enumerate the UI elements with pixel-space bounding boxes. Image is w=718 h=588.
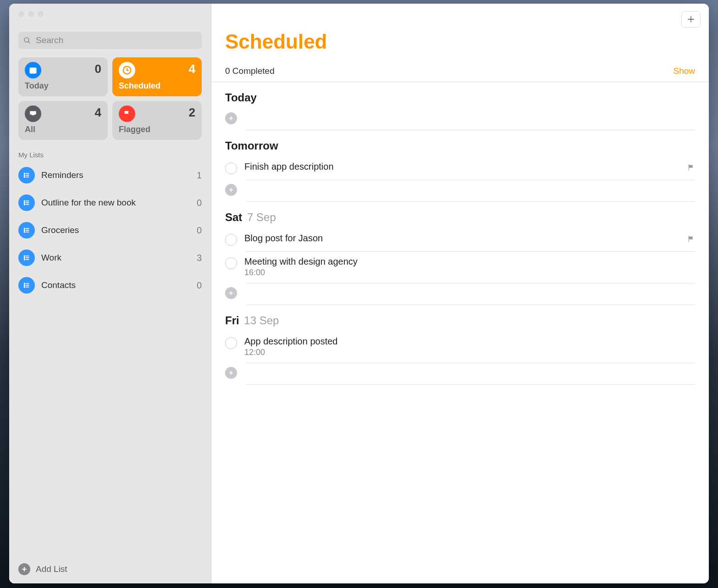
window-minimize-button[interactable] bbox=[28, 11, 34, 17]
main-pane: Scheduled 0 Completed Show Today Tomorro… bbox=[211, 4, 709, 583]
list-bullet-icon bbox=[18, 277, 35, 294]
smart-count: 4 bbox=[95, 105, 101, 120]
smart-list-all[interactable]: 4 All bbox=[18, 101, 108, 140]
svg-point-9 bbox=[24, 177, 25, 178]
flag-icon bbox=[687, 163, 695, 172]
reminder-title: Meeting with design agency bbox=[244, 256, 695, 267]
list-count: 0 bbox=[197, 198, 202, 208]
add-list-label: Add List bbox=[36, 564, 67, 574]
reminder-time: 16:00 bbox=[244, 268, 695, 277]
reminder-item[interactable]: Meeting with design agency 16:00 bbox=[225, 252, 695, 283]
window-close-button[interactable] bbox=[18, 11, 24, 17]
svg-point-15 bbox=[24, 204, 25, 205]
list-item[interactable]: Groceries 0 bbox=[9, 216, 211, 244]
smart-lists-grid: 0 Today 4 Scheduled 4 bbox=[9, 57, 211, 146]
svg-point-17 bbox=[24, 228, 25, 229]
completion-circle[interactable] bbox=[225, 162, 237, 174]
svg-point-29 bbox=[24, 283, 25, 284]
section-date: 13 Sep bbox=[244, 314, 279, 327]
search-field[interactable] bbox=[18, 32, 202, 49]
reminder-item[interactable]: Blog post for Jason bbox=[225, 228, 695, 251]
smart-label: Scheduled bbox=[119, 81, 195, 91]
flag-icon bbox=[119, 105, 135, 122]
page-title: Scheduled bbox=[211, 4, 709, 58]
svg-point-31 bbox=[24, 285, 25, 286]
smart-list-scheduled[interactable]: 4 Scheduled bbox=[112, 57, 202, 96]
list-count: 0 bbox=[197, 280, 202, 291]
smart-label: Flagged bbox=[119, 125, 195, 134]
list-bullet-icon bbox=[18, 250, 35, 266]
section-date: 7 Sep bbox=[247, 211, 276, 223]
my-lists-section: My Lists Reminders 1 Outline for the new… bbox=[9, 146, 211, 556]
list-name: Contacts bbox=[41, 280, 190, 290]
svg-line-1 bbox=[28, 41, 30, 43]
sidebar: 0 Today 4 Scheduled 4 bbox=[9, 4, 211, 583]
list-count: 1 bbox=[197, 170, 202, 181]
plus-circle-icon bbox=[18, 563, 30, 575]
plus-circle-icon bbox=[225, 367, 237, 379]
date-section-sat: Sat 7 Sep Blog post for Jason Meeting wi… bbox=[211, 202, 709, 305]
add-list-button[interactable]: Add List bbox=[9, 556, 211, 583]
smart-list-flagged[interactable]: 2 Flagged bbox=[112, 101, 202, 140]
smart-list-today[interactable]: 0 Today bbox=[18, 57, 108, 96]
date-section-fri: Fri 13 Sep App description posted 12:00 bbox=[211, 305, 709, 385]
smart-count: 0 bbox=[95, 62, 101, 76]
svg-point-27 bbox=[24, 259, 25, 260]
list-name: Outline for the new book bbox=[41, 198, 190, 208]
list-name: Work bbox=[41, 253, 190, 263]
smart-count: 2 bbox=[189, 105, 195, 120]
list-item[interactable]: Outline for the new book 0 bbox=[9, 189, 211, 216]
reminder-item[interactable]: Finish app description bbox=[225, 157, 695, 180]
list-name: Reminders bbox=[41, 170, 190, 180]
list-bullet-icon bbox=[18, 194, 35, 211]
completed-row: 0 Completed Show bbox=[211, 58, 709, 82]
add-reminder-row[interactable] bbox=[225, 109, 695, 130]
search-input[interactable] bbox=[35, 35, 197, 46]
list-count: 3 bbox=[197, 253, 202, 263]
search-icon bbox=[23, 36, 31, 44]
list-name: Groceries bbox=[41, 225, 190, 235]
reminder-time: 12:00 bbox=[244, 348, 695, 357]
reminder-item[interactable]: App description posted 12:00 bbox=[225, 332, 695, 363]
add-reminder-row[interactable] bbox=[225, 283, 695, 305]
window-zoom-button[interactable] bbox=[38, 11, 44, 17]
svg-point-13 bbox=[24, 202, 25, 203]
add-reminder-row[interactable] bbox=[225, 363, 695, 384]
my-lists-header: My Lists bbox=[9, 149, 211, 161]
smart-label: All bbox=[25, 125, 101, 134]
svg-point-21 bbox=[24, 232, 25, 233]
list-item[interactable]: Reminders 1 bbox=[9, 161, 211, 189]
list-item[interactable]: Contacts 0 bbox=[9, 272, 211, 299]
window-controls bbox=[9, 4, 211, 17]
completed-count: 0 Completed bbox=[225, 66, 275, 76]
plus-circle-icon bbox=[225, 184, 237, 196]
section-heading: Sat bbox=[225, 211, 242, 223]
list-item[interactable]: Work 3 bbox=[9, 244, 211, 272]
plus-circle-icon bbox=[225, 287, 237, 299]
completion-circle[interactable] bbox=[225, 257, 237, 269]
section-heading: Fri bbox=[225, 314, 239, 327]
completion-circle[interactable] bbox=[225, 234, 237, 246]
new-reminder-button[interactable] bbox=[681, 11, 701, 28]
clock-icon bbox=[119, 62, 135, 78]
svg-point-33 bbox=[24, 287, 25, 288]
reminder-title: Blog post for Jason bbox=[244, 233, 679, 244]
svg-point-23 bbox=[24, 255, 25, 256]
svg-point-7 bbox=[24, 175, 25, 176]
svg-point-25 bbox=[24, 257, 25, 258]
calendar-icon bbox=[25, 62, 41, 78]
date-section-today: Today bbox=[211, 82, 709, 130]
add-reminder-row[interactable] bbox=[225, 180, 695, 201]
flag-icon bbox=[687, 235, 695, 243]
completion-circle[interactable] bbox=[225, 337, 237, 349]
plus-icon bbox=[686, 15, 696, 24]
reminders-window: 0 Today 4 Scheduled 4 bbox=[9, 4, 709, 583]
show-completed-button[interactable]: Show bbox=[673, 66, 695, 76]
smart-label: Today bbox=[25, 81, 101, 91]
section-heading: Tomorrow bbox=[225, 139, 278, 152]
reminder-title: App description posted bbox=[244, 336, 695, 347]
list-bullet-icon bbox=[18, 167, 35, 183]
svg-point-5 bbox=[24, 173, 25, 174]
section-heading: Today bbox=[225, 91, 257, 104]
svg-point-19 bbox=[24, 230, 25, 231]
